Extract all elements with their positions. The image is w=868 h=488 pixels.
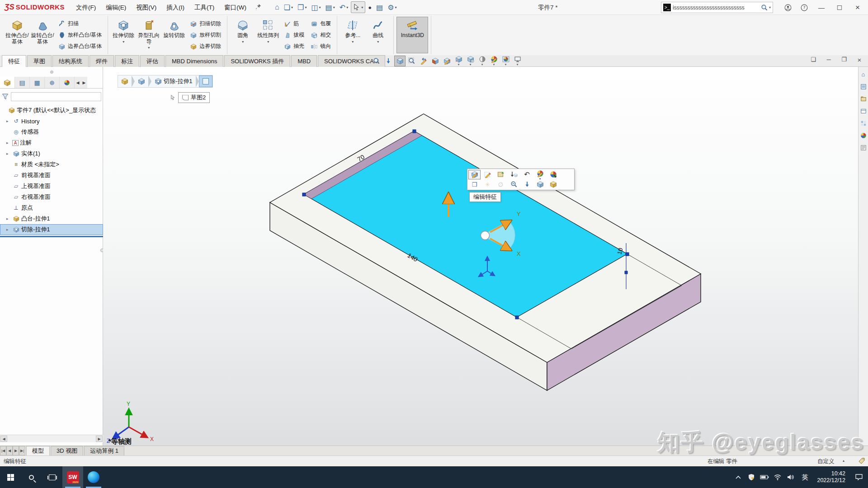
home-button[interactable]: ⌂: [273, 1, 281, 13]
scroll-left-icon[interactable]: ◀: [0, 436, 7, 442]
tray-expand-icon[interactable]: [731, 466, 745, 488]
annotation-views-icon[interactable]: [441, 56, 453, 66]
help-icon[interactable]: ?: [797, 2, 811, 14]
revolved-cut-button[interactable]: 旋转切除: [161, 17, 187, 53]
breadcrumb-feature[interactable]: 切除-拉伸1: [151, 75, 196, 87]
section-view-icon[interactable]: [429, 56, 441, 66]
view-orientation-icon[interactable]: [394, 56, 406, 66]
edit-sketch-icon[interactable]: [481, 170, 494, 179]
sketch-vertex[interactable]: [413, 130, 416, 133]
mirror-button[interactable]: 镜向: [309, 42, 332, 51]
swept-cut-button[interactable]: 扫描切除: [189, 19, 222, 28]
panel-horizontal-scrollbar[interactable]: ◀ ▶: [0, 435, 103, 442]
start-button[interactable]: [0, 466, 21, 488]
previous-view-icon[interactable]: [418, 56, 429, 66]
nav-next-icon[interactable]: ▶: [13, 446, 19, 455]
drag-ball-handle[interactable]: [481, 231, 490, 240]
menu-edit[interactable]: 编辑(E): [101, 0, 131, 15]
doc-close-icon[interactable]: ×: [855, 56, 863, 64]
shell-button[interactable]: 抽壳: [283, 42, 306, 51]
tree-root[interactable]: 零件7 (默认<<默认>_显示状态: [0, 105, 103, 116]
fillet-corner-icon[interactable]: [534, 180, 546, 189]
boundary-cut-button[interactable]: 边界切除: [189, 42, 222, 51]
appearance-target-icon[interactable]: [547, 170, 559, 179]
record-button[interactable]: ●: [366, 1, 373, 13]
nav-last-icon[interactable]: ▶|: [19, 446, 25, 455]
security-shield-icon[interactable]: [745, 466, 758, 488]
edit-appearance-icon[interactable]: ▾: [488, 56, 500, 66]
appearance-icon[interactable]: ▾: [534, 170, 546, 179]
zoom-to-fit-icon[interactable]: [371, 56, 382, 66]
linear-pattern-button[interactable]: 线性阵列 ▾: [255, 17, 281, 53]
taskbar-search-button[interactable]: [21, 466, 42, 488]
tab-evaluate[interactable]: 评估: [140, 55, 165, 67]
sketch2-chip[interactable]: 草图2: [178, 92, 210, 103]
sketch-vertex[interactable]: [515, 316, 519, 319]
rollback-icon[interactable]: ↶: [521, 170, 533, 179]
tree-item-sensors[interactable]: ◎ 传感器: [0, 127, 103, 137]
rib-button[interactable]: 筋: [283, 19, 306, 28]
design-library-icon[interactable]: [859, 95, 867, 103]
hide-show-items-icon[interactable]: ▾: [465, 56, 476, 66]
wrap-button[interactable]: ab 包覆: [309, 19, 332, 28]
file-explorer-icon[interactable]: [859, 107, 867, 115]
open-button[interactable]: ❐▾: [296, 1, 308, 13]
close-button[interactable]: ×: [850, 1, 865, 14]
reference-geometry-button[interactable]: 参考... ▾: [340, 17, 365, 53]
lofted-boss-button[interactable]: 放样凸台/基体: [57, 30, 103, 40]
tab-structure-system[interactable]: 结构系统: [52, 55, 89, 67]
featuremanager-tab[interactable]: [0, 77, 15, 88]
configurationmanager-tab[interactable]: ▦: [30, 77, 45, 88]
ime-language-indicator[interactable]: 英: [797, 473, 812, 482]
search-input[interactable]: [673, 5, 760, 11]
propertymanager-tab[interactable]: ▤: [15, 77, 30, 88]
taskbar-solidworks-button[interactable]: SW2020: [62, 466, 83, 488]
boundary-boss-button[interactable]: 边界凸台/基体: [57, 42, 103, 51]
taskbar-edge-button[interactable]: [83, 466, 104, 488]
hide-icon[interactable]: ∅: [495, 180, 507, 189]
tree-item-annotations[interactable]: ▸ A 注解: [0, 137, 103, 148]
extruded-cut-button[interactable]: 拉伸切除 ▾: [111, 17, 136, 53]
tree-item-boss-extrude1[interactable]: ▸ 凸台-拉伸1: [0, 213, 103, 224]
revolved-boss-button[interactable]: 旋转凸台/基体: [30, 17, 55, 53]
sketch-vertex[interactable]: [625, 271, 627, 274]
zoom-to-selection-icon[interactable]: [508, 180, 520, 189]
display-style-icon[interactable]: ▾: [453, 56, 464, 66]
options-button[interactable]: ⚙▾: [386, 1, 398, 13]
normal-to-icon[interactable]: [382, 56, 394, 66]
instant3d-button[interactable]: Instant3D: [396, 17, 428, 53]
menu-file[interactable]: 文件(F): [71, 0, 101, 15]
apply-scene-icon[interactable]: ▾: [500, 56, 511, 66]
tree-item-right-plane[interactable]: ▱ 右视基准面: [0, 192, 103, 202]
suppress-icon[interactable]: [508, 170, 520, 179]
search-dropdown-icon[interactable]: ▾: [769, 5, 771, 9]
view-settings-icon[interactable]: ▾: [476, 56, 488, 66]
menu-pin-icon[interactable]: [255, 4, 261, 11]
tree-filter-input[interactable]: [11, 92, 101, 101]
tree-item-origin[interactable]: ⊥ 原点: [0, 202, 103, 213]
view-palette-icon[interactable]: [859, 119, 867, 127]
fm-tabs-scroll-right[interactable]: ▶: [81, 77, 87, 88]
fillet-button[interactable]: 圆角 ▾: [230, 17, 255, 53]
lofted-cut-button[interactable]: 放样切割: [189, 30, 222, 40]
minimize-button[interactable]: —: [814, 1, 829, 14]
custom-properties-icon[interactable]: [859, 144, 867, 151]
tree-item-solid-bodies[interactable]: ▸ 实体(1): [0, 148, 103, 159]
tab-annotations[interactable]: 标注: [115, 55, 139, 67]
comment-icon[interactable]: ✳: [481, 180, 494, 189]
tree-item-cut-extrude1[interactable]: ▸ 切除-拉伸1: [0, 224, 103, 235]
tree-item-front-plane[interactable]: ▱ 前视基准面: [0, 170, 103, 181]
tree-item-history[interactable]: ▸ ↺ History: [0, 116, 103, 127]
taskbar-clock[interactable]: 10:42 2022/12/12: [812, 470, 850, 484]
doc-restore-icon[interactable]: ❐: [840, 56, 848, 64]
action-center-icon[interactable]: [850, 466, 868, 488]
status-tag-icon[interactable]: [858, 457, 865, 466]
tab-mbd[interactable]: MBD: [291, 55, 317, 67]
status-custom-arrow-icon[interactable]: ▴: [843, 459, 844, 463]
swept-boss-button[interactable]: 扫描: [57, 19, 103, 28]
tab-sketch[interactable]: 草图: [27, 55, 52, 67]
appearances-icon[interactable]: [859, 131, 867, 139]
tab-weldments[interactable]: 焊件: [90, 55, 114, 67]
zoom-to-area-icon[interactable]: [406, 56, 417, 66]
sketch-vertex[interactable]: [626, 253, 629, 256]
